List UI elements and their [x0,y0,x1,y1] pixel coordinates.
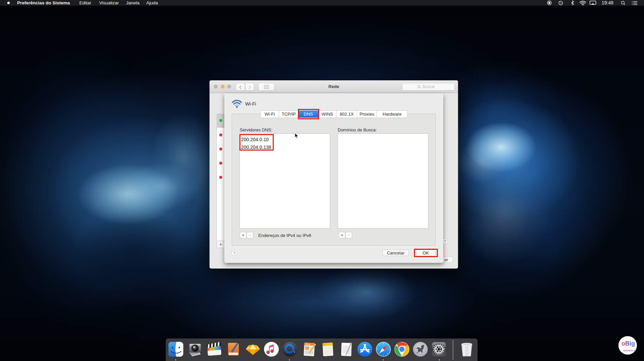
svg-text:NEWS: NEWS [305,343,310,345]
